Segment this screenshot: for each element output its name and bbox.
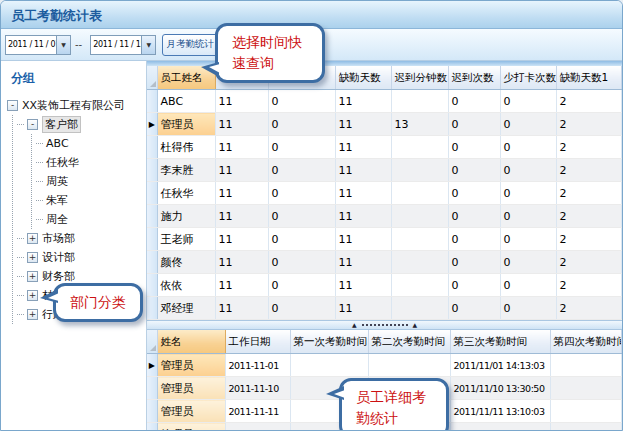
column-header[interactable]: 第三次考勤时间: [450, 330, 550, 354]
value-cell[interactable]: [550, 400, 622, 423]
name-cell[interactable]: 王老师: [157, 228, 215, 251]
value-cell[interactable]: [368, 354, 450, 377]
value-cell[interactable]: 0: [268, 136, 335, 159]
name-cell[interactable]: 管理员: [157, 113, 215, 136]
value-cell[interactable]: 2011-11-01: [225, 354, 290, 377]
row-selector-cell[interactable]: [147, 136, 157, 159]
value-cell[interactable]: 0: [268, 228, 335, 251]
value-cell[interactable]: 2: [556, 159, 622, 182]
value-cell[interactable]: [391, 205, 448, 228]
grid-corner-cell[interactable]: [147, 330, 157, 354]
name-cell[interactable]: 颜佟: [157, 251, 215, 274]
tree-node-employee[interactable]: 任秋华: [36, 153, 146, 172]
row-selector-cell[interactable]: [147, 205, 157, 228]
row-selector-cell[interactable]: [147, 297, 157, 320]
column-header[interactable]: 工作日期: [225, 330, 290, 354]
table-row[interactable]: 颜佟11011002: [147, 251, 622, 274]
value-cell[interactable]: 11: [335, 90, 391, 113]
tree-node-employee[interactable]: 周英: [36, 172, 146, 191]
value-cell[interactable]: 2: [556, 136, 622, 159]
value-cell[interactable]: 11: [335, 274, 391, 297]
row-selector-cell[interactable]: [147, 182, 157, 205]
name-cell[interactable]: 管理员: [157, 377, 225, 400]
tree-node-employee[interactable]: 朱军: [36, 191, 146, 210]
value-cell[interactable]: 0: [448, 136, 500, 159]
value-cell[interactable]: 0: [500, 297, 556, 320]
grid-splitter[interactable]: ▲ ▲: [147, 320, 622, 330]
value-cell[interactable]: 11: [215, 182, 268, 205]
value-cell[interactable]: 0: [500, 136, 556, 159]
expand-icon[interactable]: +: [27, 290, 38, 301]
name-cell[interactable]: 李末胜: [157, 159, 215, 182]
value-cell[interactable]: 2: [556, 90, 622, 113]
value-cell[interactable]: 2: [556, 205, 622, 228]
value-cell[interactable]: 11: [335, 113, 391, 136]
name-cell[interactable]: 任秋华: [157, 182, 215, 205]
column-header[interactable]: 缺勤天数1: [556, 66, 622, 90]
value-cell[interactable]: 0: [500, 205, 556, 228]
column-header[interactable]: 第二次考勤时间: [368, 330, 450, 354]
value-cell[interactable]: 2011/11/15 13:04:17: [450, 423, 550, 431]
value-cell[interactable]: 0: [448, 159, 500, 182]
value-cell[interactable]: 11: [335, 228, 391, 251]
table-row[interactable]: 杜得伟11011002: [147, 136, 622, 159]
value-cell[interactable]: 11: [335, 205, 391, 228]
value-cell[interactable]: 0: [268, 274, 335, 297]
value-cell[interactable]: 11: [215, 274, 268, 297]
row-selector-cell[interactable]: [147, 377, 157, 400]
value-cell[interactable]: 11: [215, 228, 268, 251]
value-cell[interactable]: [391, 251, 448, 274]
column-header[interactable]: 迟到分钟数: [391, 66, 448, 90]
value-cell[interactable]: [391, 297, 448, 320]
value-cell[interactable]: 2011/11/11 13:10:03: [450, 400, 550, 423]
value-cell[interactable]: 2011/11/01 14:13:03: [450, 354, 550, 377]
row-selector-cell[interactable]: [147, 274, 157, 297]
row-selector-cell[interactable]: [147, 251, 157, 274]
value-cell[interactable]: 11: [335, 182, 391, 205]
row-selector-cell[interactable]: [147, 90, 157, 113]
expand-icon[interactable]: +: [27, 271, 38, 282]
row-selector-cell[interactable]: [147, 400, 157, 423]
value-cell[interactable]: 11: [215, 297, 268, 320]
name-cell[interactable]: 管理员: [157, 400, 225, 423]
column-header[interactable]: 姓名: [157, 330, 225, 354]
value-cell[interactable]: 11: [335, 251, 391, 274]
value-cell[interactable]: 0: [268, 159, 335, 182]
dropdown-arrow-icon[interactable]: ▼: [56, 36, 70, 54]
expand-icon[interactable]: +: [27, 309, 38, 320]
name-cell[interactable]: 管理员: [157, 354, 225, 377]
expand-icon[interactable]: +: [27, 233, 38, 244]
table-row[interactable]: ABC11011002: [147, 90, 622, 113]
value-cell[interactable]: 0: [500, 228, 556, 251]
value-cell[interactable]: 11: [335, 136, 391, 159]
value-cell[interactable]: 0: [268, 251, 335, 274]
value-cell[interactable]: 0: [448, 297, 500, 320]
value-cell[interactable]: 0: [268, 205, 335, 228]
table-row[interactable]: 施力11011002: [147, 205, 622, 228]
value-cell[interactable]: 0: [268, 90, 335, 113]
value-cell[interactable]: 0: [500, 251, 556, 274]
value-cell[interactable]: 0: [500, 90, 556, 113]
value-cell[interactable]: 0: [448, 205, 500, 228]
value-cell[interactable]: 2: [556, 251, 622, 274]
month-stats-button[interactable]: 月考勤统计: [162, 34, 218, 56]
grid-corner-cell[interactable]: [147, 66, 157, 90]
value-cell[interactable]: 0: [500, 113, 556, 136]
value-cell[interactable]: 0: [500, 159, 556, 182]
value-cell[interactable]: 0: [448, 251, 500, 274]
value-cell[interactable]: 11: [215, 159, 268, 182]
value-cell[interactable]: [391, 159, 448, 182]
value-cell[interactable]: 11: [215, 205, 268, 228]
value-cell[interactable]: [391, 136, 448, 159]
value-cell[interactable]: 2: [556, 228, 622, 251]
value-cell[interactable]: [550, 423, 622, 431]
table-row[interactable]: 任秋华11011002: [147, 182, 622, 205]
table-row[interactable]: ▶管理员1101113002: [147, 113, 622, 136]
row-selector-cell[interactable]: ▶: [147, 354, 157, 377]
value-cell[interactable]: 13: [391, 113, 448, 136]
collapse-icon[interactable]: -: [7, 100, 18, 111]
value-cell[interactable]: 2: [556, 274, 622, 297]
tree-node-department[interactable]: -客户部: [17, 115, 146, 134]
value-cell[interactable]: 2011-11-15: [225, 423, 290, 431]
table-row[interactable]: 依依11011002: [147, 274, 622, 297]
